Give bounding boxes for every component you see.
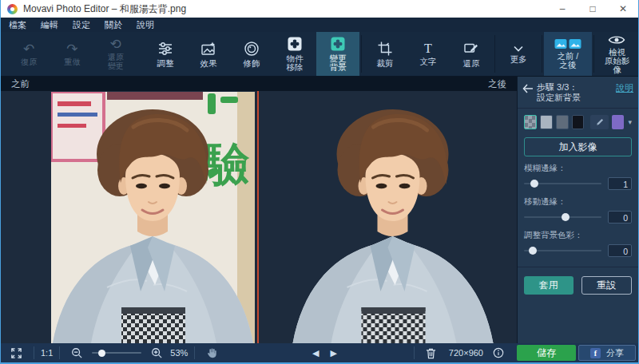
chevron-down-icon xyxy=(513,45,524,53)
swatch-light-gray[interactable] xyxy=(540,115,553,129)
pencil-icon xyxy=(595,117,605,127)
zoom-in-button[interactable] xyxy=(146,347,167,358)
custom-color-swatch[interactable] xyxy=(612,115,625,129)
before-label: 之前 xyxy=(11,78,30,90)
apply-button[interactable]: 套用 xyxy=(524,276,574,295)
move-edges-slider[interactable] xyxy=(524,216,601,218)
statusbar-right: 720×960 儲存 f 分享 xyxy=(407,345,636,361)
blur-edges-thumb[interactable] xyxy=(530,180,538,188)
toolbar-separator xyxy=(542,35,542,73)
save-button[interactable]: 儲存 xyxy=(517,345,576,361)
fit-to-screen-button[interactable] xyxy=(1,347,27,359)
close-button[interactable]: ✕ xyxy=(608,0,638,18)
zoom-out-button[interactable] xyxy=(66,347,87,358)
next-photo-button[interactable]: ▶ xyxy=(330,348,336,358)
adjust-bg-color-slider[interactable] xyxy=(524,250,601,251)
patch-icon-active xyxy=(330,36,346,52)
subject-illustration-before: 驗 xyxy=(51,92,255,343)
title-bar: Movavi Photo Editor – 和服湯去背.png – □ ✕ xyxy=(1,0,638,18)
image-dimensions: 720×960 xyxy=(449,348,483,358)
text-icon: T xyxy=(424,42,432,55)
patch-icon xyxy=(287,36,303,52)
statusbar-separator xyxy=(194,346,195,359)
menu-edit[interactable]: 編輯 xyxy=(41,19,58,31)
canvas-area: 之前 之後 驗 xyxy=(1,77,517,343)
revert-icon: ⟲ xyxy=(110,38,121,52)
status-bar: 1:1 53% ◀ ▶ xyxy=(1,343,638,364)
swatch-dark-gray[interactable] xyxy=(556,115,569,129)
subject-illustration-after xyxy=(284,92,502,343)
adjust-bg-color-thumb[interactable] xyxy=(529,247,537,255)
delete-button[interactable] xyxy=(421,347,441,359)
movavi-logo-icon xyxy=(7,4,18,14)
eye-icon xyxy=(608,34,625,46)
menu-settings[interactable]: 設定 xyxy=(73,19,90,31)
blur-edges-label: 模糊邊緣： xyxy=(524,163,632,174)
before-after-divider xyxy=(257,91,259,343)
back-button[interactable] xyxy=(522,82,537,103)
move-edges-value[interactable]: 0 xyxy=(608,211,632,224)
before-after-toggle[interactable]: 之前 / 之後 xyxy=(544,32,592,76)
fit-screen-icon xyxy=(10,347,22,359)
photo-before: 驗 xyxy=(51,92,255,343)
undo-icon: ↶ xyxy=(23,42,34,57)
redo-button[interactable]: ↷ 重做 xyxy=(64,42,80,66)
hand-icon xyxy=(206,347,217,358)
workspace: 之前 之後 驗 xyxy=(1,77,638,343)
panel-body: ▾ 加入影像 模糊邊緣： 1 移動邊緣： 0 調整背景色彩 xyxy=(518,109,638,295)
maximize-button[interactable]: □ xyxy=(577,0,608,18)
revert-changes-button[interactable]: ⟲ 還原 變更 xyxy=(108,38,124,70)
minimize-button[interactable]: – xyxy=(547,0,577,18)
swatch-black[interactable] xyxy=(572,115,585,129)
photo-navigation: ◀ ▶ xyxy=(312,348,337,358)
tool-object-removal[interactable]: 物件 移除 xyxy=(273,32,316,76)
menu-about[interactable]: 關於 xyxy=(105,19,122,31)
adjust-bg-color-value[interactable]: 0 xyxy=(608,244,632,257)
tool-text[interactable]: T 文字 xyxy=(407,32,450,76)
share-button[interactable]: f 分享 xyxy=(578,345,636,361)
effects-icon xyxy=(200,41,216,57)
image-info-button[interactable] xyxy=(488,347,509,358)
tool-crop[interactable]: 裁剪 xyxy=(363,32,407,76)
actual-size-button[interactable]: 1:1 xyxy=(41,348,53,358)
crop-icon xyxy=(377,41,393,57)
tool-restore[interactable]: 還原 xyxy=(450,32,493,76)
zoom-slider-thumb[interactable] xyxy=(98,350,105,357)
view-original-button[interactable]: 檢視 原始影像 xyxy=(596,32,638,76)
blur-edges-slider[interactable] xyxy=(524,183,601,184)
tool-adjust[interactable]: 調整 xyxy=(144,32,187,76)
toolbar-separator xyxy=(593,35,594,73)
tool-effects[interactable]: 效果 xyxy=(187,32,230,76)
color-dropdown-icon[interactable]: ▾ xyxy=(628,118,632,126)
facebook-icon: f xyxy=(590,348,601,358)
view-group: 之前 / 之後 檢視 原始影像 xyxy=(540,32,638,76)
undo-button[interactable]: ↶ 復原 xyxy=(21,42,37,66)
reset-button[interactable]: 重設 xyxy=(581,276,633,295)
tool-more[interactable]: 更多 xyxy=(497,32,540,76)
blur-edges-slider-row: 1 xyxy=(524,177,632,190)
zoom-slider[interactable] xyxy=(92,352,141,354)
window-title: Movavi Photo Editor – 和服湯去背.png xyxy=(23,2,547,16)
main-toolbar: ↶ 復原 ↷ 重做 ⟲ 還原 變更 調整 xyxy=(1,32,638,77)
tool-change-background[interactable]: 變更 背景 xyxy=(316,32,359,76)
panel-actions: 套用 重設 xyxy=(524,276,632,295)
adjust-bg-color-slider-row: 0 xyxy=(524,244,632,257)
blur-edges-value[interactable]: 1 xyxy=(608,177,632,190)
eyedropper-button[interactable] xyxy=(590,115,609,129)
tool-retouch[interactable]: 修飾 xyxy=(230,32,273,76)
after-label: 之後 xyxy=(488,78,506,90)
move-edges-thumb[interactable] xyxy=(562,213,570,221)
statusbar-separator xyxy=(59,346,60,359)
info-icon xyxy=(493,347,504,358)
add-image-button[interactable]: 加入影像 xyxy=(524,137,632,156)
before-after-icon xyxy=(554,38,581,49)
toolbar-separator xyxy=(494,35,495,73)
menu-help[interactable]: 說明 xyxy=(137,19,154,31)
menu-file[interactable]: 檔案 xyxy=(9,19,26,31)
previous-photo-button[interactable]: ◀ xyxy=(312,348,319,358)
redo-icon: ↷ xyxy=(66,42,77,57)
swatch-transparent[interactable] xyxy=(524,115,537,129)
hand-tool-button[interactable] xyxy=(201,347,222,358)
help-link[interactable]: 說明 xyxy=(616,82,633,103)
retouch-icon xyxy=(244,41,260,57)
